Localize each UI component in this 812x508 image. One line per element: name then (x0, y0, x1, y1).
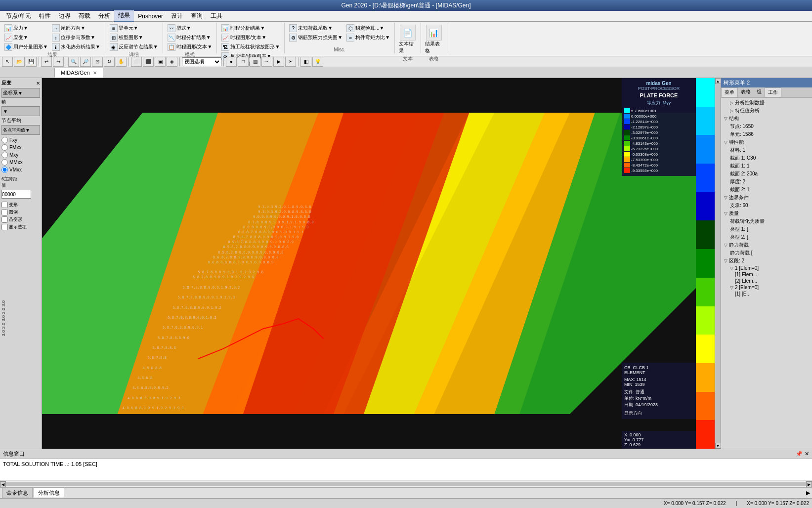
ribbon-btn-stress[interactable]: 📊应力▼ (3, 24, 49, 33)
scroll-down-btn[interactable]: ▼ (715, 443, 721, 449)
tb-zoomin[interactable]: 🔍 (68, 57, 79, 67)
ribbon-btn-unknown[interactable]: ?未知荷载系数▼ (288, 24, 344, 33)
visualization-canvas[interactable]: 9.3.9.3.9.2.9.1.8.9.0.8.8 9.3.9.3.9.2.9.… (42, 78, 721, 449)
scroll-right-btn[interactable]: ▶ (806, 481, 812, 487)
ribbon-btn-construction[interactable]: 🏗施工段柱状缩放图形▼ (220, 42, 281, 51)
console-tab-analysis[interactable]: 分析信息 (34, 488, 64, 498)
ribbon-btn-memberratio[interactable]: ≈构件弯矩力比▼ (345, 33, 391, 42)
menu-query[interactable]: 查询 (187, 11, 207, 21)
tb-deform[interactable]: 〰 (261, 57, 272, 67)
radio-vmxx[interactable]: VMxx (1, 167, 40, 173)
tree-item-mass[interactable]: ▽ 质量 (722, 210, 811, 217)
tree-item-section1b[interactable]: 截面 1: 1 (728, 162, 811, 170)
tree-item-seg2-1[interactable]: [1] [E... (733, 291, 811, 297)
ribbon-btn-timehistory[interactable]: 📉时程分析结果▼ (166, 33, 214, 42)
right-tab-work[interactable]: 工作 (765, 87, 781, 97)
tb-open[interactable]: 📂 (14, 57, 25, 67)
menu-results[interactable]: 结果 (114, 10, 134, 22)
tree-item-eigenvalue[interactable]: ▷ 特征值分析 (728, 107, 811, 115)
radio-mxy[interactable]: Mxy (1, 152, 40, 158)
ribbon-btn-userplot[interactable]: 🔷用户分量图形▼ (3, 42, 49, 51)
tb-redo[interactable]: ↪ (53, 57, 64, 67)
tree-item-seg1-1[interactable]: [1] Elem... (733, 271, 811, 278)
menu-boundary[interactable]: 边界 (55, 11, 75, 21)
ribbon-btn-beam[interactable]: ≡梁单元▼ (108, 24, 160, 33)
radio-fxy[interactable]: Fxy (1, 137, 40, 143)
menu-properties[interactable]: 特性 (35, 11, 55, 21)
scroll-left-btn[interactable]: ◀ (0, 481, 6, 487)
tree-item-staticloadcase[interactable]: 静力荷载 [ (728, 249, 811, 257)
console-right-arrow[interactable]: ▶ (804, 490, 812, 496)
ribbon-btn-plateplot[interactable]: ⊞板型图形▼ (108, 33, 160, 42)
dropdown-avg[interactable]: 各点平均值▼ (1, 125, 40, 135)
menu-loads[interactable]: 荷载 (75, 11, 94, 21)
cb-deform[interactable]: 变形 (1, 202, 40, 208)
tb-elem[interactable]: □ (238, 57, 249, 67)
tb-side[interactable]: ⬛ (143, 57, 154, 67)
tb-rotate[interactable]: ↻ (104, 57, 115, 67)
tree-item-section1[interactable]: 截面 1: C30 (728, 154, 811, 162)
ribbon-btn-strain[interactable]: 📈应变▼ (3, 33, 49, 42)
console-pin-btn[interactable]: 📌 (796, 451, 803, 457)
ribbon-btn-tableresult[interactable]: 📊 结果表格 (424, 24, 444, 55)
tree-item-structure[interactable]: ▽ 结构 (722, 115, 811, 123)
menu-nodes[interactable]: 节点/单元 (2, 11, 35, 21)
tab-close-btn[interactable]: ✕ (93, 70, 97, 76)
console-tab-commands[interactable]: 命令信息 (2, 488, 33, 498)
cb-contour[interactable]: 凸变形 (1, 216, 40, 223)
ribbon-btn-timegraph[interactable]: 📋时程图形/文本▼ (166, 42, 214, 51)
dropdown-coord[interactable]: 坐标系▼ (1, 88, 40, 98)
menu-tools[interactable]: 工具 (207, 11, 226, 21)
tree-item-support[interactable]: 支承: 60 (728, 202, 811, 210)
tree-item-type1[interactable]: 类型 1: [ (728, 225, 811, 233)
tb-node[interactable]: ● (226, 57, 237, 67)
tree-item-seg2[interactable]: ▽ 2 [Elem=0] (728, 284, 811, 291)
tb-3d[interactable]: ◈ (167, 57, 177, 67)
left-panel-close[interactable]: ✕ (36, 81, 40, 86)
tb-select[interactable]: ↖ (2, 57, 13, 67)
tree-item-seg1-2[interactable]: [2] Elem... (733, 278, 811, 284)
ribbon-btn-thresult[interactable]: 📊时程分析结果▼ (220, 24, 281, 33)
ribbon-btn-prestress[interactable]: ⚙钢筋预应力损失图▼ (288, 33, 344, 42)
console-close-btn[interactable]: ✕ (805, 451, 809, 457)
right-tab-menu[interactable]: 菜单 (721, 87, 738, 97)
tree-item-section2b[interactable]: 截面 2: 1 (728, 186, 811, 194)
value-input[interactable] (1, 190, 31, 199)
tab-midasgen[interactable]: MIDAS/Gen ✕ (54, 68, 103, 78)
tb-front[interactable]: ⬜ (131, 57, 142, 67)
ribbon-btn-thgraph[interactable]: 📈时程图形/文本▼ (220, 33, 281, 42)
tb-contour[interactable]: ▨ (250, 57, 260, 67)
center-canvas[interactable]: 9.3.9.3.9.2.9.1.8.9.0.8.8 9.3.9.3.9.2.9.… (42, 78, 721, 449)
ribbon-btn-disp[interactable]: ↕位移参与系数▼ (50, 33, 102, 42)
tb-fit[interactable]: ⊡ (92, 57, 103, 67)
ribbon-btn-specnode[interactable]: ◉反应谱节点结果▼ (108, 42, 160, 51)
tb-anim[interactable]: ▶ (273, 57, 284, 67)
ribbon-btn-tail[interactable]: →尾部方向▼ (50, 24, 102, 33)
tree-item-loadtomass[interactable]: 荷载转化为质量 (728, 217, 811, 225)
ribbon-btn-thermal[interactable]: 🌡水化热分析结果▼ (50, 42, 102, 51)
right-tab-table[interactable]: 表格 (738, 87, 754, 97)
radio-fmxx[interactable]: FMxx (1, 144, 40, 151)
dropdown-axis[interactable]: ▼ (1, 106, 40, 116)
scroll-up-btn[interactable]: ▲ (715, 78, 721, 84)
tb-zoomout[interactable]: 🔎 (80, 57, 91, 67)
tb-top[interactable]: ▣ (155, 57, 166, 67)
cb-display[interactable]: 显示选项 (1, 224, 40, 230)
tree-item-seg1[interactable]: ▽ 1 [Elem=0] (728, 265, 811, 271)
tree-item-material[interactable]: 材料: 1 (728, 146, 811, 154)
tree-item-properties[interactable]: ▽ 特性能 (722, 138, 811, 146)
right-tab-group[interactable]: 组 (754, 87, 765, 97)
tb-light[interactable]: 💡 (312, 57, 323, 67)
tree-item-type2[interactable]: 类型 2: [ (728, 233, 811, 241)
view-select[interactable]: 视图选项 (182, 57, 221, 66)
tb-render[interactable]: ◧ (300, 57, 311, 67)
menu-analysis[interactable]: 分析 (94, 11, 114, 21)
tb-undo[interactable]: ↩ (41, 57, 52, 67)
tb-pan[interactable]: ✋ (116, 57, 127, 67)
menu-pushover[interactable]: Pushover (134, 12, 167, 21)
radio-mmxx[interactable]: MMxx (1, 159, 40, 166)
tree-item-nodes[interactable]: 节点: 1650 (728, 123, 811, 130)
tb-section[interactable]: ✂ (285, 57, 296, 67)
tree-item-segment[interactable]: ▽ 区段: 2 (722, 257, 811, 265)
tree-item-elements[interactable]: 单元: 1586 (728, 130, 811, 138)
